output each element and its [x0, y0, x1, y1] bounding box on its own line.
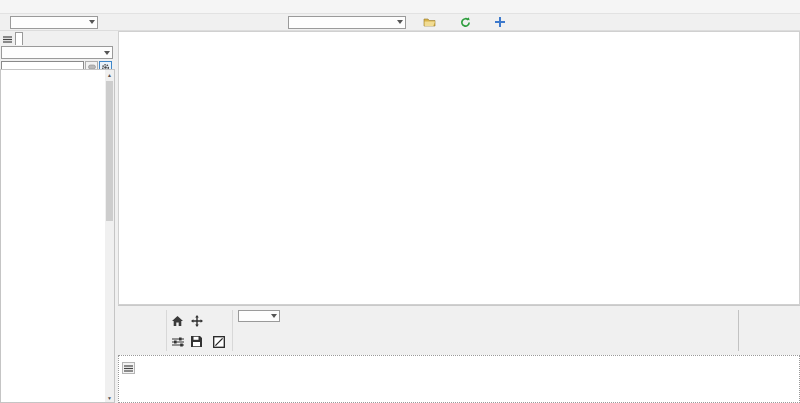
hamburger-icon [124, 365, 133, 372]
pan-arrows-icon [191, 315, 203, 327]
x-column-select[interactable] [1, 46, 113, 59]
divider [232, 310, 233, 351]
save-button[interactable] [188, 334, 205, 349]
menubar [0, 0, 800, 14]
format-select[interactable] [288, 16, 406, 29]
channel-list [1, 70, 105, 402]
configure-subplots-button[interactable] [169, 334, 186, 349]
divider [738, 310, 739, 351]
stats-table-panel [118, 355, 800, 403]
table-menu-button[interactable] [122, 362, 135, 374]
add-button[interactable] [492, 16, 512, 28]
reload-icon [460, 17, 471, 28]
channel-list-container: ▲ ▼ [0, 69, 115, 403]
channel-scrollbar[interactable]: ▲ ▼ [105, 70, 114, 402]
line-style-select[interactable] [238, 310, 280, 322]
zoom-rect-button[interactable] [210, 334, 227, 349]
scrollbar-thumb[interactable] [106, 81, 113, 221]
app-window: { "menubar": { "items": ["File", "Data",… [0, 0, 800, 403]
file-menu-button[interactable] [1, 33, 14, 45]
hamburger-icon [3, 36, 12, 43]
plot-canvas[interactable] [119, 32, 799, 304]
home-icon [172, 316, 183, 326]
main-area [118, 31, 800, 403]
plot-controls-panel [118, 305, 800, 355]
open-folder-icon [423, 17, 436, 27]
chevron-down-icon [397, 20, 403, 24]
chevron-down-icon [104, 51, 110, 55]
file-tabstrip [0, 31, 115, 45]
scroll-down-icon[interactable]: ▼ [105, 393, 114, 402]
reload-button[interactable] [457, 16, 478, 29]
chevron-down-icon [271, 314, 277, 318]
plot-panel [118, 31, 800, 305]
open-button[interactable] [420, 16, 443, 28]
chevron-down-icon [89, 20, 95, 24]
zoom-rect-icon [213, 336, 225, 348]
left-panel: ▲ ▼ [0, 31, 115, 403]
mode-select[interactable] [10, 16, 98, 29]
top-toolbar [0, 14, 800, 31]
home-button[interactable] [169, 313, 186, 328]
divider [166, 310, 167, 351]
file-tab[interactable] [15, 32, 23, 45]
sliders-icon [172, 337, 184, 347]
cursor-readout [742, 311, 798, 329]
scroll-up-icon[interactable]: ▲ [105, 70, 114, 79]
floppy-disk-icon [191, 336, 202, 347]
pan-button[interactable] [188, 313, 205, 328]
plus-icon [495, 17, 505, 27]
